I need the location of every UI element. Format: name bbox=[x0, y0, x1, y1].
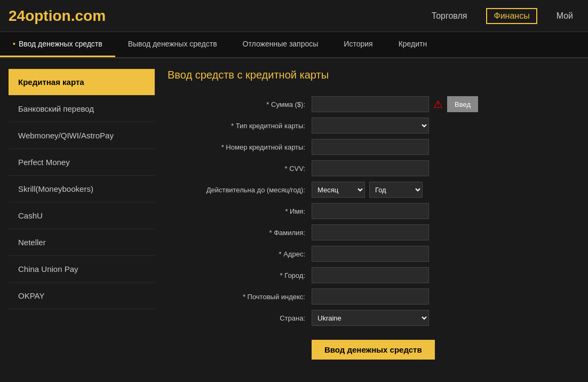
amount-row: * Сумма ($): ⚠ Введ bbox=[168, 96, 579, 112]
submit-button[interactable]: Ввод денежных средств bbox=[312, 340, 435, 360]
cvv-input[interactable] bbox=[312, 160, 429, 176]
surname-row: * Фамилия: bbox=[168, 224, 579, 240]
name-input[interactable] bbox=[312, 203, 429, 219]
sidebar-item-neteller[interactable]: Neteller bbox=[9, 229, 155, 256]
warning-icon: ⚠ bbox=[433, 98, 443, 111]
logo-text: option.com bbox=[25, 7, 106, 24]
surname-input[interactable] bbox=[312, 224, 429, 240]
amount-input[interactable] bbox=[312, 96, 429, 112]
country-label: Страна: bbox=[168, 314, 312, 322]
city-row: * Город: bbox=[168, 267, 579, 283]
card-type-label: * Тип кредитной карты: bbox=[168, 122, 312, 130]
tab-dot: • bbox=[13, 40, 15, 48]
amount-input-group: ⚠ Введ bbox=[312, 96, 478, 112]
address-input[interactable] bbox=[312, 246, 429, 262]
name-row: * Имя: bbox=[168, 203, 579, 219]
sidebar-item-webmoney[interactable]: Webmoney/QIWI/AstroPay bbox=[9, 122, 155, 149]
month-select[interactable]: Месяц 010203 040506 070809 101112 bbox=[312, 182, 365, 198]
sidebar-item-okpay[interactable]: OKPAY bbox=[9, 283, 155, 309]
cvv-row: * CVV: bbox=[168, 160, 579, 176]
postal-row: * Почтовый индекс: bbox=[168, 289, 579, 305]
logo: 24option.com bbox=[9, 7, 425, 25]
sidebar-item-cashu[interactable]: CashU bbox=[9, 202, 155, 229]
country-row: Страна: Ukraine Russia USA Germany Franc… bbox=[168, 310, 579, 326]
card-number-label: * Номер кредитной карты: bbox=[168, 143, 312, 151]
nav-links: Торговля Финансы Мой bbox=[425, 8, 579, 24]
year-select[interactable]: Год 201420152016 201720182019 2020 bbox=[369, 182, 423, 198]
submit-row: Ввод денежных средств bbox=[168, 331, 579, 360]
cvv-label: * CVV: bbox=[168, 165, 312, 173]
sidebar-item-china-union[interactable]: China Union Pay bbox=[9, 256, 155, 283]
city-label: * Город: bbox=[168, 271, 312, 279]
sidebar-item-skrill[interactable]: Skrill(Moneybookers) bbox=[9, 176, 155, 202]
sidebar: Кредитная карта Банковский перевод Webmo… bbox=[9, 69, 155, 360]
surname-label: * Фамилия: bbox=[168, 229, 312, 237]
main-content: Кредитная карта Банковский перевод Webmo… bbox=[0, 58, 588, 370]
enter-button[interactable]: Введ bbox=[447, 96, 478, 112]
logo-number: 24 bbox=[9, 7, 25, 24]
card-number-input[interactable] bbox=[312, 139, 429, 155]
nav-my[interactable]: Мой bbox=[550, 8, 579, 24]
country-select[interactable]: Ukraine Russia USA Germany France bbox=[312, 310, 429, 326]
expiry-selects: Месяц 010203 040506 070809 101112 Год 20… bbox=[312, 182, 423, 198]
sidebar-item-bank-transfer[interactable]: Банковский перевод bbox=[9, 96, 155, 122]
expiry-row: Действительна до (месяц/год): Месяц 0102… bbox=[168, 182, 579, 198]
address-label: * Адрес: bbox=[168, 250, 312, 258]
tab-deposit[interactable]: •Ввод денежных средств bbox=[0, 32, 115, 57]
name-label: * Имя: bbox=[168, 207, 312, 215]
sidebar-item-perfect-money[interactable]: Perfect Money bbox=[9, 149, 155, 176]
address-row: * Адрес: bbox=[168, 246, 579, 262]
tab-bar: •Ввод денежных средств Вывод денежных ср… bbox=[0, 32, 588, 58]
card-type-select[interactable]: Visa MasterCard Amex bbox=[312, 118, 429, 134]
nav-trade[interactable]: Торговля bbox=[425, 8, 474, 24]
amount-label: * Сумма ($): bbox=[168, 100, 312, 108]
tab-history[interactable]: История bbox=[331, 32, 385, 57]
tab-credit[interactable]: Кредитн bbox=[386, 32, 440, 57]
nav-finance[interactable]: Финансы bbox=[486, 8, 537, 24]
expiry-label: Действительна до (месяц/год): bbox=[168, 186, 312, 194]
tab-pending[interactable]: Отложенные запросы bbox=[230, 32, 331, 57]
header: 24option.com Торговля Финансы Мой bbox=[0, 0, 588, 32]
card-type-row: * Тип кредитной карты: Visa MasterCard A… bbox=[168, 118, 579, 134]
card-number-row: * Номер кредитной карты: bbox=[168, 139, 579, 155]
form-title: Ввод средств с кредитной карты bbox=[168, 69, 579, 85]
postal-label: * Почтовый индекс: bbox=[168, 293, 312, 301]
city-input[interactable] bbox=[312, 267, 429, 283]
form-panel: Ввод средств с кредитной карты * Сумма (… bbox=[168, 69, 579, 360]
postal-input[interactable] bbox=[312, 289, 429, 305]
tab-withdraw[interactable]: Вывод денежных средств bbox=[115, 32, 230, 57]
sidebar-item-credit-card[interactable]: Кредитная карта bbox=[9, 69, 155, 96]
